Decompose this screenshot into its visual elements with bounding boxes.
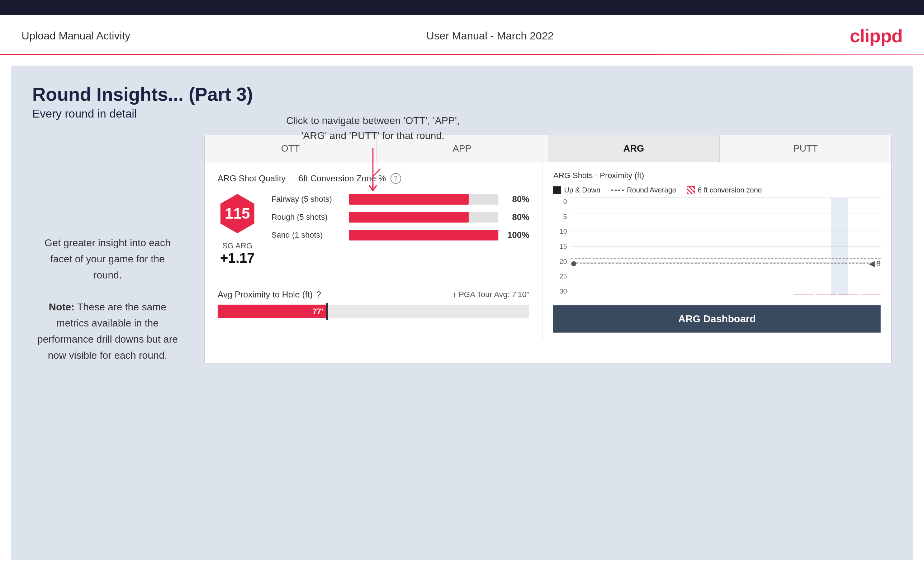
y-label-30: 30 xyxy=(553,287,569,295)
pga-label: ↑ PGA Tour Avg: 7'10" xyxy=(452,290,529,299)
bar-13 xyxy=(838,295,858,295)
sg-value: +1.17 xyxy=(220,250,255,266)
y-label-10: 10 xyxy=(553,227,569,235)
nav-arrow xyxy=(362,148,384,191)
dashed-line-body xyxy=(576,263,868,264)
bar-hatch-12 xyxy=(816,295,836,295)
bar-fill-sand xyxy=(349,230,498,240)
shot-row-rough: Rough (5 shots) 80% xyxy=(271,212,529,222)
pct-sand: 100% xyxy=(504,230,529,240)
proximity-cursor xyxy=(326,303,328,320)
sg-label: SG ARG xyxy=(222,241,252,250)
bar-hatch-14 xyxy=(861,295,880,295)
chart-legend: Up & Down Round Average 6 ft conversion … xyxy=(553,186,880,194)
legend-up-down: Up & Down xyxy=(553,186,600,194)
insight-text: Get greater insight into each facet of y… xyxy=(32,235,183,363)
upload-label[interactable]: Upload Manual Activity xyxy=(21,30,131,42)
round-avg-line: ◀ 8 xyxy=(571,258,880,268)
header: Upload Manual Activity User Manual - Mar… xyxy=(0,15,924,54)
round-avg-dot xyxy=(571,261,576,266)
bar-14 xyxy=(861,295,880,295)
y-label-20: 20 xyxy=(553,258,569,266)
page-title: Round Insights... (Part 3) xyxy=(32,84,892,105)
y-axis: 30 25 20 15 10 5 0 xyxy=(553,198,569,298)
shot-row-fairway: Fairway (5 shots) 80% xyxy=(271,194,529,205)
bar-rough xyxy=(349,212,498,222)
pct-fairway: 80% xyxy=(504,194,529,204)
proximity-text: Avg Proximity to Hole (ft) xyxy=(218,290,313,300)
bar-12 xyxy=(816,295,836,295)
right-section: ARG Shots - Proximity (ft) Up & Down Rou… xyxy=(543,162,892,341)
legend-up-down-label: Up & Down xyxy=(564,186,600,194)
shot-label-sand: Sand (1 shots) xyxy=(271,230,343,240)
bar-sand xyxy=(349,230,498,240)
bar-fill-rough xyxy=(349,212,468,222)
proximity-fill: 77' xyxy=(218,305,326,318)
pct-rough: 80% xyxy=(504,212,529,222)
proximity-label: Avg Proximity to Hole (ft) ? xyxy=(218,290,321,300)
logo: clippd xyxy=(850,25,903,47)
score-and-bars: 115 SG ARG +1.17 Fairway (5 shots) xyxy=(218,194,529,277)
chart-area: 30 25 20 15 10 5 0 xyxy=(553,198,880,298)
proximity-value: 77' xyxy=(313,307,323,316)
hex-score: 115 SG ARG +1.17 xyxy=(218,194,257,266)
tab-putt[interactable]: PUTT xyxy=(720,135,892,162)
shot-label-fairway: Fairway (5 shots) xyxy=(271,195,343,204)
legend-6ft: 6 ft conversion zone xyxy=(687,186,762,194)
y-label-15: 15 xyxy=(553,243,569,250)
footer: Copyright Clippd 2021 xyxy=(0,571,924,577)
legend-dashed-icon xyxy=(611,190,624,191)
content-area: Click to navigate between 'OTT', 'APP', … xyxy=(32,135,892,363)
chart-bars: ◀ 8 xyxy=(571,198,880,298)
nav-hint-text: Click to navigate between 'OTT', 'APP', … xyxy=(286,115,460,141)
legend-round-avg: Round Average xyxy=(611,186,676,194)
proximity-help-icon[interactable]: ? xyxy=(316,290,321,300)
bar-fairway xyxy=(349,194,498,205)
y-label-0: 0 xyxy=(553,198,569,206)
left-panel: Click to navigate between 'OTT', 'APP', … xyxy=(32,135,183,363)
proximity-section: Avg Proximity to Hole (ft) ? ↑ PGA Tour … xyxy=(218,290,529,318)
hexagon: 115 xyxy=(218,194,257,233)
legend-6ft-label: 6 ft conversion zone xyxy=(698,186,762,194)
arg-dashboard-button[interactable]: ARG Dashboard xyxy=(553,305,880,333)
y-label-5: 5 xyxy=(553,213,569,221)
chart-header: ARG Shots - Proximity (ft) xyxy=(553,171,880,180)
proximity-header: Avg Proximity to Hole (ft) ? ↑ PGA Tour … xyxy=(218,290,529,300)
shot-quality-label: ARG Shot Quality xyxy=(218,174,286,184)
proximity-bar-container: 77' xyxy=(218,305,529,318)
bars-inner xyxy=(571,198,880,298)
shot-row-sand: Sand (1 shots) 100% xyxy=(271,230,529,240)
bar-fill-fairway xyxy=(349,194,468,205)
tab-arg[interactable]: ARG xyxy=(548,135,720,162)
legend-hatch-icon xyxy=(687,186,695,194)
nav-hint: Click to navigate between 'OTT', 'APP', … xyxy=(283,113,462,191)
header-divider xyxy=(0,54,924,55)
shot-bars: Fairway (5 shots) 80% Rough (5 shots) xyxy=(271,194,529,277)
legend-square-icon xyxy=(553,186,561,194)
score-value: 115 xyxy=(225,205,250,222)
chart-title: ARG Shots - Proximity (ft) xyxy=(553,171,644,180)
bar-hatch-11 xyxy=(794,295,814,295)
manual-label: User Manual - March 2022 xyxy=(426,30,554,42)
legend-round-avg-label: Round Average xyxy=(627,186,676,194)
bar-11 xyxy=(794,295,814,295)
dashed-end-arrow: ◀ 8 xyxy=(869,259,880,268)
shot-label-rough: Rough (5 shots) xyxy=(271,213,343,222)
bar-hatch-13 xyxy=(838,295,858,295)
y-label-25: 25 xyxy=(553,272,569,280)
dashed-value: 8 xyxy=(876,259,880,268)
top-bar xyxy=(0,0,924,15)
main-content: Round Insights... (Part 3) Every round i… xyxy=(11,66,913,560)
